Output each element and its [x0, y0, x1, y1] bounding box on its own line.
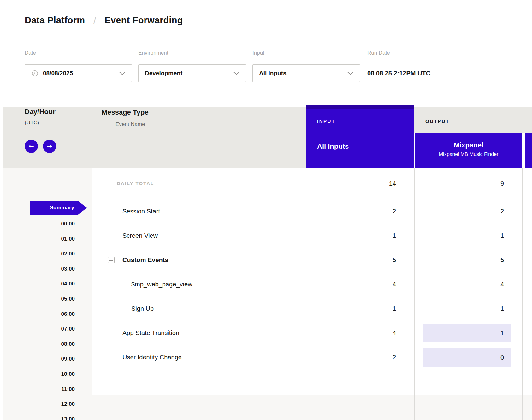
hour-label-05-00[interactable]: 05:00	[19, 295, 75, 303]
date-select[interactable]: 08/08/2025	[25, 64, 132, 82]
input-filter-label: Input	[252, 50, 264, 56]
input-count: 2	[393, 345, 396, 369]
clock-icon	[31, 70, 38, 77]
table-row-session-start: Session Start22	[92, 199, 532, 224]
column-gap-divider	[414, 133, 415, 168]
output-column-header[interactable]: Mixpanel Mixpanel MB Music Finder	[415, 133, 522, 168]
chevron-down-icon	[119, 72, 125, 75]
table-row-sign-up: Sign Up11	[92, 297, 532, 321]
hour-label-01-00[interactable]: 01:00	[19, 235, 75, 243]
input-count: 2	[393, 199, 396, 224]
input-column-header[interactable]: INPUT All Inputs	[306, 105, 414, 168]
next-output-column-partial	[525, 133, 532, 168]
hour-label-00-00[interactable]: 00:00	[19, 220, 75, 228]
hour-label-11-00[interactable]: 11:00	[19, 386, 75, 393]
output-column-subtitle: Mixpanel MB Music Finder	[415, 152, 522, 157]
environment-select[interactable]: Development	[138, 64, 246, 82]
hour-label-09-00[interactable]: 09:00	[19, 355, 75, 363]
row-label: App State Transition	[122, 321, 179, 345]
hour-label-04-00[interactable]: 04:00	[19, 280, 75, 288]
output-column-name: Mixpanel	[415, 141, 522, 149]
hour-label-02-00[interactable]: 02:00	[19, 250, 75, 258]
table-footer-band	[92, 395, 532, 420]
column-gap-divider	[522, 133, 525, 168]
previous-day-button[interactable]: ←	[25, 140, 38, 153]
table-row-app-state-transition: App State Transition41	[92, 321, 532, 345]
input-column-accent-strip	[306, 105, 414, 109]
summary-row-badge[interactable]: Summary	[30, 201, 87, 215]
breadcrumb-section[interactable]: Data Platform	[25, 15, 85, 26]
row-label: Screen View	[122, 224, 158, 248]
breadcrumb: Data Platform / Event Forwarding	[0, 0, 532, 41]
run-date-label: Run Date	[367, 50, 390, 56]
input-select[interactable]: All Inputs	[252, 64, 360, 82]
output-count: 1	[500, 297, 504, 321]
output-count: 5	[500, 248, 504, 272]
next-day-button[interactable]: →	[43, 140, 56, 153]
input-count: 5	[393, 248, 396, 272]
table-row-user-identity-change: User Identity Change20	[92, 345, 532, 369]
hour-label-03-00[interactable]: 03:00	[19, 265, 75, 273]
event-name-column-subtitle: Event Name	[115, 121, 145, 128]
date-filter-label: Date	[25, 50, 36, 56]
chevron-down-icon	[347, 72, 353, 75]
input-count: 4	[393, 321, 396, 345]
row-label: Sign Up	[131, 297, 154, 321]
day-hour-column-subtitle: (UTC)	[25, 120, 39, 126]
input-select-value: All Inputs	[259, 70, 287, 77]
arrow-left-icon: ←	[28, 142, 34, 150]
output-section-label: OUTPUT	[425, 118, 450, 124]
hour-label-08-00[interactable]: 08:00	[19, 340, 75, 348]
input-column-name: All Inputs	[317, 142, 349, 151]
input-count: 1	[393, 297, 396, 321]
table-row-screen-view: Screen View11	[92, 224, 532, 248]
output-count: 1	[500, 224, 504, 248]
breadcrumb-page: Event Forwarding	[105, 15, 183, 26]
collapse-toggle-icon[interactable]	[108, 257, 115, 263]
run-date-value: 08.08.25 2:12PM UTC	[367, 64, 430, 82]
hour-label-10-00[interactable]: 10:00	[19, 370, 75, 378]
table-row-mp-web-page-view: $mp_web_page_view44	[92, 272, 532, 297]
output-count: 4	[500, 272, 504, 297]
row-label: $mp_web_page_view	[131, 272, 192, 297]
environment-select-value: Development	[145, 70, 182, 77]
environment-filter-label: Environment	[138, 50, 168, 56]
row-label: Custom Events	[122, 248, 168, 272]
hour-label-06-00[interactable]: 06:00	[19, 310, 75, 318]
row-label: User Identity Change	[122, 345, 182, 369]
hour-label-12-00[interactable]: 12:00	[19, 400, 75, 408]
arrow-right-icon: →	[47, 142, 52, 150]
topbar-divider	[0, 41, 532, 41]
event-forwarding-page: Data Platform / Event Forwarding Date En…	[0, 0, 532, 420]
output-count-highlighted: 0	[423, 348, 511, 367]
output-count-highlighted: 1	[423, 324, 511, 342]
message-type-column-title: Message Type	[102, 108, 149, 117]
hour-label-07-00[interactable]: 07:00	[19, 325, 75, 333]
date-select-value: 08/08/2025	[43, 70, 73, 77]
input-count: 1	[393, 224, 396, 248]
output-count: 2	[500, 199, 504, 224]
table-row-custom-events: Custom Events55	[92, 248, 532, 272]
chevron-down-icon	[233, 72, 239, 75]
hour-label-13-00[interactable]: 13:00	[19, 416, 75, 420]
input-section-label: INPUT	[317, 118, 335, 124]
daily-total-row: DAILY TOTAL 14 9	[92, 168, 532, 199]
breadcrumb-separator-icon: /	[93, 15, 96, 26]
day-hour-column-title: Day/Hour	[25, 108, 56, 116]
daily-total-label: DAILY TOTAL	[117, 168, 154, 199]
input-count: 4	[393, 272, 396, 297]
row-label: Session Start	[122, 199, 160, 224]
daily-total-input-count: 14	[389, 168, 396, 199]
daily-total-output-count: 9	[500, 168, 504, 199]
